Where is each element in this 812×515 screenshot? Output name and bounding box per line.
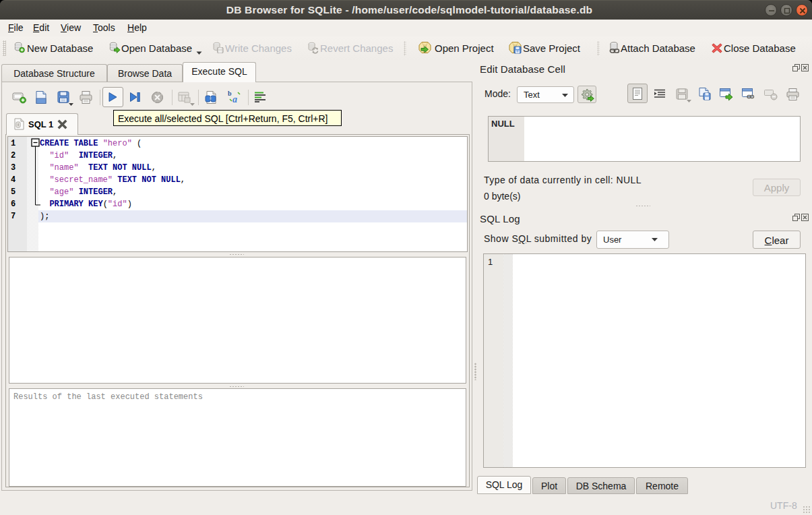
svg-text:a: a — [232, 94, 237, 104]
svg-text:b: b — [228, 90, 232, 97]
